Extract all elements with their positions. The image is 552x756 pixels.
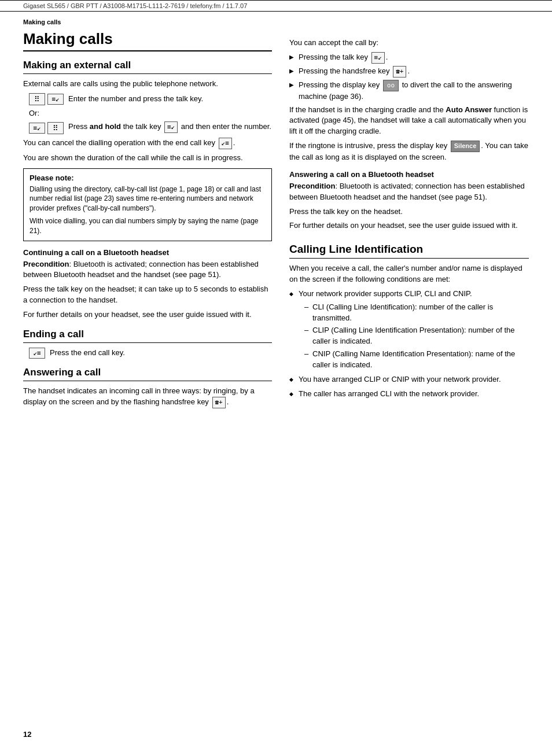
bt-answer-further: For further details on your headset, see…: [289, 220, 529, 231]
icon2-desc: Press and hold the talk key ≡↙ and then …: [68, 121, 271, 133]
header-text: Gigaset SL565 / GBR PTT / A31008-M1715-L…: [23, 2, 247, 9]
accept-para: You can accept the call by:: [289, 38, 529, 49]
header-bar: Gigaset SL565 / GBR PTT / A31008-M1715-L…: [0, 0, 552, 12]
cli-item-3: The caller has arranged CLI with the net…: [289, 389, 529, 400]
bullet-handsfree: Pressing the handsfree key ☎+.: [289, 66, 529, 78]
left-column: Making calls Making calls Making an exte…: [23, 12, 272, 412]
display-key-bullet: oo: [383, 80, 399, 91]
or-label: Or:: [29, 109, 272, 117]
talk-key-inline: ≡↙: [164, 121, 178, 133]
auto-answer-para: If the handset is in the charging cradle…: [289, 105, 529, 138]
bullet-display: Pressing the display key oo to divert th…: [289, 80, 529, 102]
bold-hold: and hold: [90, 123, 121, 131]
icon-row-1: ⠿ ≡↙ Enter the number and press the talk…: [29, 93, 272, 105]
auto-answer-bold: Auto Answer: [446, 105, 492, 114]
bluetooth-further: For further details on your headset, see…: [23, 309, 272, 320]
cli-dash-3: CNIP (Calling Name Identification Presen…: [304, 349, 529, 371]
section-cli-title: Calling Line Identification: [289, 243, 529, 256]
bt-answer-precondition: Precondition: Bluetooth is activated; co…: [289, 181, 529, 203]
ending-desc: Press the end call key.: [50, 348, 125, 359]
cli-intro: When you receive a call, the caller's nu…: [289, 263, 529, 285]
answering-rule: [23, 381, 272, 381]
cli-item-2: You have arranged CLIP or CNIP with your…: [289, 374, 529, 385]
answering-continued: You can accept the call by: Pressing the…: [289, 38, 529, 231]
title-divider: [23, 50, 272, 51]
duration-para: You are shown the duration of the call w…: [23, 153, 272, 164]
bullet-talk: Pressing the talk key ≡↙.: [289, 52, 529, 64]
end-call-key-icon: ↙≡: [29, 348, 45, 359]
talk-key-icon-2: ≡↙: [29, 123, 45, 134]
cli-dash-2: CLIP (Calling Line Identification Presen…: [304, 325, 529, 347]
content-area: Making calls Making calls Making an exte…: [0, 12, 552, 412]
cli-dash-1: CLI (Calling Line Identification): numbe…: [304, 302, 529, 324]
page-title: Making calls: [23, 30, 272, 48]
answering-para: The handset indicates an incoming call i…: [23, 386, 272, 408]
note-box: Please note: Dialling using the director…: [23, 168, 272, 241]
bt-answer-para: Press the talk key on the headset.: [289, 206, 529, 217]
footer: 12: [23, 730, 31, 739]
section-answering-title: Answering a call: [23, 367, 272, 378]
talk-key-bullet: ≡↙: [371, 52, 385, 64]
cli-sub-list-1: CLI (Calling Line Identification): numbe…: [299, 302, 529, 371]
note-title: Please note:: [30, 174, 266, 182]
bluetooth-precondition: Precondition: Bluetooth is activated; co…: [23, 259, 272, 281]
silence-para: If the ringtone is intrusive, press the …: [289, 141, 529, 163]
end-call-icon: ↙≡: [219, 138, 232, 149]
note-text2: With voice dialling, you can dial number…: [30, 216, 266, 236]
talk-key-icon-1: ≡↙: [47, 94, 64, 105]
bt-answer-pre-bold: Precondition: [289, 182, 335, 190]
cli-item-1: Your network provider supports CLIP, CLI…: [289, 289, 529, 371]
keypad-icon: ⠿: [29, 93, 45, 105]
cancel-para: You can cancel the dialling operation wi…: [23, 138, 272, 149]
making-external-rule: [23, 73, 272, 74]
handsfree-icon-inline: ☎+: [212, 397, 226, 408]
section-ending-title: Ending a call: [23, 329, 272, 340]
handsfree-key-bullet: ☎+: [393, 66, 406, 78]
silence-button-display: Silence: [451, 141, 480, 152]
icon1-desc: Enter the number and press the talk key.: [68, 94, 203, 105]
ending-rule: [23, 342, 272, 343]
keypad-icon-2: ⠿: [47, 122, 64, 134]
bluetooth-para: Press the talk key on the headset; it ca…: [23, 284, 272, 306]
icon-row-2: ≡↙ ⠿ Press and hold the talk key ≡↙ and …: [29, 121, 272, 134]
note-text1: Dialling using the directory, call-by-ca…: [30, 185, 266, 213]
page: Gigaset SL565 / GBR PTT / A31008-M1715-L…: [0, 0, 552, 756]
cli-conditions-list: Your network provider supports CLIP, CLI…: [289, 289, 529, 400]
making-external-para1: External calls are calls using the publi…: [23, 79, 272, 90]
accept-bullets: Pressing the talk key ≡↙. Pressing the h…: [289, 52, 529, 102]
page-number: 12: [23, 730, 31, 739]
bt-answer-heading: Answering a call on a Bluetooth headset: [289, 170, 529, 179]
bluetooth-heading: Continuing a call on a Bluetooth headset: [23, 248, 272, 257]
section-making-external-title: Making an external call: [23, 60, 272, 71]
ending-icon-row: ↙≡ Press the end call key.: [29, 348, 272, 359]
section-label: Making calls: [23, 19, 272, 25]
right-column: You can accept the call by: Pressing the…: [289, 12, 529, 412]
cli-rule: [289, 258, 529, 259]
bluetooth-pre-bold: Precondition: [23, 260, 69, 268]
